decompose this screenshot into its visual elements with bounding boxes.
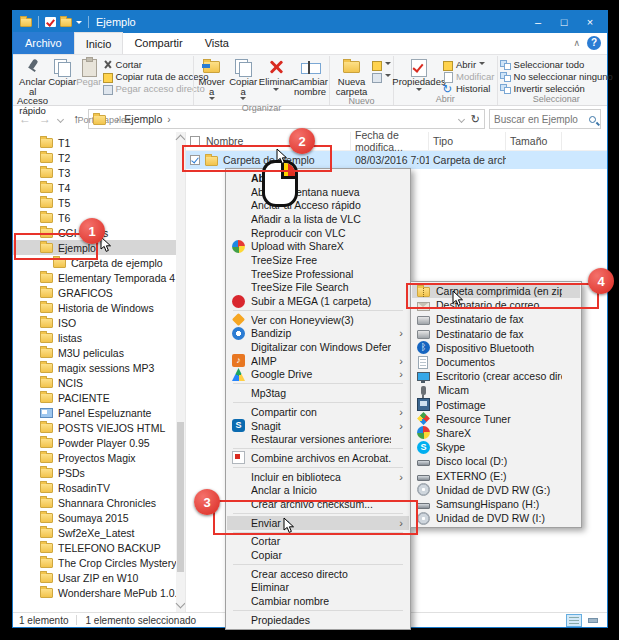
pin-to-quick-access-button[interactable]: Anclar al Acceso rápido — [17, 56, 48, 115]
tree-item[interactable]: Historia de Windows — [13, 300, 185, 315]
context-menu-item[interactable]: Incluir en biblioteca › — [227, 470, 409, 484]
invert-selection-button[interactable]: Invertir selección — [500, 83, 613, 94]
context-menu-item[interactable]: Anclar a Inicio — [227, 483, 409, 497]
tree-item[interactable]: Proyectos Magix — [13, 450, 185, 465]
tree-item[interactable]: PSDs — [13, 465, 185, 480]
tree-item[interactable]: magix sessions MP3 — [13, 360, 185, 375]
context-menu-item[interactable]: Digitalizar con Windows Defender... — [227, 340, 409, 354]
send-to-menu-item[interactable]: Destinatario de fax — [412, 312, 580, 326]
context-menu-item[interactable]: Eliminar — [227, 581, 409, 595]
new-folder-button[interactable]: Nueva carpeta — [332, 56, 371, 96]
copy-to-button[interactable]: Copiar a — [228, 56, 260, 103]
context-menu-item[interactable]: Upload with ShareX — [227, 239, 409, 253]
tree-item[interactable]: Shannara Chronicles — [13, 495, 185, 510]
send-to-menu-item[interactable]: Resource Tuner — [412, 412, 580, 426]
search-input[interactable] — [494, 114, 580, 125]
context-menu-item[interactable]: Subir a MEGA (1 carpeta) — [227, 294, 409, 308]
context-menu-item[interactable]: TreeSize File Search — [227, 281, 409, 295]
tree-item[interactable]: Swf2eXe_Latest — [13, 525, 185, 540]
history-button[interactable]: ↻ Historial — [442, 83, 495, 94]
collapse-ribbon-icon[interactable]: ∧ — [573, 38, 580, 48]
new-folder-qat-icon[interactable] — [60, 18, 72, 27]
refresh-icon[interactable]: ↻ — [471, 113, 480, 126]
send-to-menu-item[interactable]: SamsungHispano (H:) — [412, 497, 580, 511]
context-menu-item[interactable]: Crear acceso directo — [227, 567, 409, 581]
send-to-menu-item[interactable]: Micam — [412, 383, 580, 397]
send-to-menu-item[interactable]: Unidad de DVD RW (G:) — [412, 483, 580, 497]
tree-item[interactable]: PACIENTE — [13, 390, 185, 405]
send-to-menu-item[interactable]: Documentos — [412, 355, 580, 369]
tree-item[interactable]: T1 — [13, 135, 185, 150]
context-menu-item[interactable]: Añadir a la lista de VLC — [227, 212, 409, 226]
properties-button[interactable]: Propiedades — [396, 56, 442, 94]
tab-share[interactable]: Compartir — [123, 32, 193, 54]
context-menu-item[interactable]: Abrir — [227, 171, 409, 185]
tree-item[interactable]: T4 — [13, 180, 185, 195]
scroll-down-icon[interactable] — [176, 599, 186, 609]
tree-item[interactable]: NCIS — [13, 375, 185, 390]
tree-item[interactable]: TELEFONO BACKUP — [13, 540, 185, 555]
address-dropdown-chevron-icon[interactable] — [458, 115, 465, 122]
send-to-menu-item[interactable]: Destinatario de fax — [412, 327, 580, 341]
context-menu-item[interactable]: Google Drive › — [227, 368, 409, 382]
send-to-menu-item[interactable]: Unidad de DVD RW (I:) — [412, 511, 580, 525]
maximize-icon[interactable]: □ — [551, 12, 577, 32]
scrollbar-thumb[interactable] — [177, 422, 184, 572]
select-none-button[interactable]: No seleccionar ninguno — [500, 71, 613, 82]
context-menu-item[interactable]: Propiedades — [227, 613, 409, 627]
tree-item[interactable]: Elementary Temporada 4 — [13, 270, 185, 285]
tree-item[interactable]: The Crop Circles Mystery — [13, 555, 185, 570]
context-menu-item[interactable]: Mp3tag — [227, 386, 409, 400]
close-icon[interactable]: × — [577, 12, 603, 32]
tree-scrollbar[interactable] — [176, 132, 185, 612]
paste-button[interactable]: Pegar — [76, 56, 101, 87]
context-menu-item[interactable]: Ver con Honeyview(3) — [227, 313, 409, 327]
new-item-button[interactable] — [371, 59, 391, 70]
tree-item[interactable]: Powder Player 0.95 — [13, 435, 185, 450]
properties-check-icon[interactable] — [45, 17, 56, 27]
open-button[interactable]: Abrir — [442, 59, 495, 70]
edit-button[interactable]: Modificar — [442, 71, 495, 82]
rename-button[interactable]: Cambiar nombre — [293, 56, 327, 96]
context-menu-item[interactable]: Restaurar versiones anteriores — [227, 432, 409, 446]
context-menu-item[interactable]: AIMP › — [227, 354, 409, 368]
context-menu-item[interactable]: TreeSize Free — [227, 253, 409, 267]
context-menu-item[interactable]: Abrir en ventana nueva — [227, 185, 409, 199]
column-header-type[interactable]: Tipo — [429, 132, 506, 150]
delete-button[interactable]: Eliminar — [259, 56, 293, 94]
context-menu-item[interactable]: TreeSize Professional — [227, 267, 409, 281]
context-menu-item[interactable]: Reproducir con VLC — [227, 226, 409, 240]
tab-home[interactable]: Inicio — [74, 32, 124, 54]
context-menu-item[interactable]: Combine archivos en Acrobat... — [227, 451, 409, 465]
tree-item[interactable]: GRAFICOS — [13, 285, 185, 300]
help-icon[interactable]: ? — [587, 36, 601, 50]
icons-view-button[interactable] — [585, 614, 601, 627]
send-to-menu-item[interactable]: Dispositivo Bluetooth — [412, 341, 580, 355]
search-box[interactable] — [489, 109, 601, 129]
context-menu-item[interactable]: Anclar al Acceso rápido — [227, 198, 409, 212]
context-menu-item[interactable]: Bandizip › — [227, 327, 409, 341]
tree-item[interactable]: RosadinTV — [13, 480, 185, 495]
tree-item[interactable]: T3 — [13, 165, 185, 180]
tree-item[interactable]: Panel Espeluznante — [13, 405, 185, 420]
context-menu-item[interactable]: Snagit › — [227, 419, 409, 433]
scroll-up-icon[interactable] — [176, 135, 186, 145]
send-to-menu-item[interactable]: EXTERNO (E:) — [412, 468, 580, 482]
details-view-button[interactable] — [566, 614, 582, 627]
tree-item[interactable]: ISO — [13, 315, 185, 330]
tree-item[interactable]: M3U peliculas — [13, 345, 185, 360]
send-to-menu-item[interactable]: Skype — [412, 440, 580, 454]
tree-item[interactable]: T2 — [13, 150, 185, 165]
column-header-size[interactable]: Tamaño — [506, 132, 562, 150]
context-menu-item[interactable]: Copiar — [227, 548, 409, 562]
send-to-menu-item[interactable]: ShareX — [412, 426, 580, 440]
tree-item[interactable]: POSTS VIEJOS HTML — [13, 420, 185, 435]
tree-item[interactable]: listas — [13, 330, 185, 345]
context-menu-item[interactable]: Compartir con › — [227, 405, 409, 419]
customize-qat-caret-icon[interactable] — [76, 21, 82, 27]
context-menu-item[interactable]: Cortar — [227, 535, 409, 549]
easy-access-button[interactable] — [371, 71, 391, 82]
tree-item[interactable]: Soumaya 2015 — [13, 510, 185, 525]
context-menu-item[interactable]: Cambiar nombre — [227, 594, 409, 608]
send-to-menu-item[interactable]: Disco local (D:) — [412, 454, 580, 468]
